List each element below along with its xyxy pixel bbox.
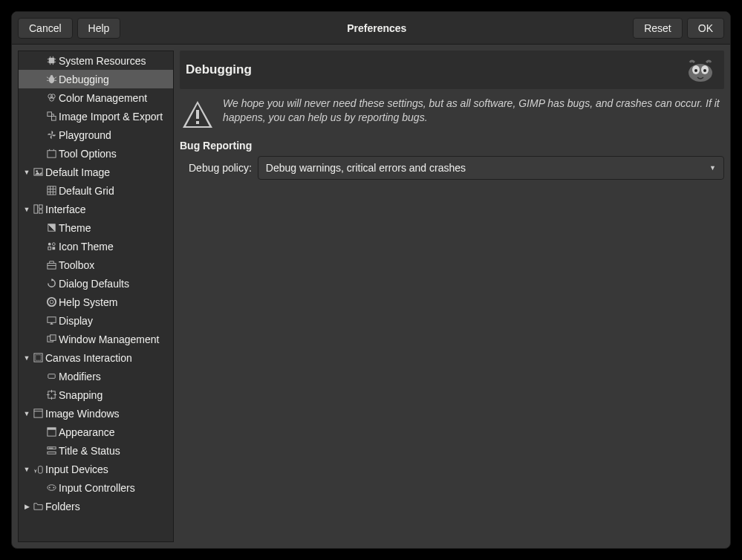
tree-item-window-management[interactable]: Window Management [19, 330, 173, 348]
panel-header: Debugging [180, 51, 724, 89]
cancel-button[interactable]: Cancel [18, 18, 73, 39]
titlebar: Cancel Help Preferences Reset OK [12, 12, 730, 45]
svg-point-69 [694, 69, 697, 72]
tree-item-input-controllers[interactable]: Input Controllers [19, 478, 173, 497]
tree-item-label: Image Import & Export [59, 111, 163, 123]
imgwin-icon [32, 408, 44, 420]
ok-button[interactable]: OK [687, 18, 724, 39]
svg-rect-55 [33, 409, 42, 417]
svg-rect-71 [196, 110, 199, 119]
pinwheel-icon [45, 129, 57, 141]
tree-item-theme[interactable]: Theme [19, 218, 173, 237]
tree-item-default-image[interactable]: ▼Default Image [19, 163, 173, 181]
tree-item-debugging[interactable]: Debugging [19, 70, 173, 88]
circles-icon [45, 92, 57, 104]
svg-point-70 [703, 69, 706, 72]
tree-item-label: Theme [59, 222, 91, 234]
svg-rect-62 [38, 466, 42, 473]
svg-rect-38 [47, 264, 55, 270]
tree-item-label: Tool Options [59, 148, 117, 160]
chevron-down-icon: ▼ [709, 164, 716, 172]
tree-item-label: Debugging [59, 74, 109, 85]
tools-icon [45, 148, 57, 160]
tree-item-label: Icon Theme [59, 241, 114, 253]
tree-item-display[interactable]: Display [19, 311, 173, 330]
tree-item-label: System Resources [59, 55, 146, 67]
tree-item-label: Interface [45, 204, 85, 215]
tree-item-system-resources[interactable]: System Resources [19, 51, 173, 70]
tree-item-color-management[interactable]: Color Management [19, 88, 173, 107]
appearance-icon [45, 426, 57, 438]
tree-item-icon-theme[interactable]: Icon Theme [19, 237, 173, 255]
tree-item-appearance[interactable]: Appearance [19, 423, 173, 441]
content-area: System ResourcesDebuggingColor Managemen… [12, 45, 730, 548]
tree-item-label: Folders [45, 501, 80, 512]
tree-item-label: Playground [59, 129, 111, 141]
svg-rect-25 [47, 186, 55, 195]
svg-rect-42 [47, 317, 55, 323]
svg-point-35 [52, 243, 55, 246]
input-icon [32, 463, 44, 475]
main-panel: Debugging [180, 51, 724, 542]
help-button[interactable]: Help [77, 18, 121, 39]
svg-point-65 [53, 487, 54, 489]
tree-item-image-import-export[interactable]: Image Import & Export [19, 107, 173, 126]
tree-item-label: Image Windows [45, 408, 120, 420]
refresh-icon [45, 278, 57, 290]
canvas-icon [32, 352, 44, 364]
display-icon [45, 315, 57, 327]
svg-rect-37 [52, 247, 55, 250]
help-icon [45, 296, 57, 308]
svg-point-64 [48, 487, 50, 489]
tree-item-playground[interactable]: Playground [19, 126, 173, 144]
tree-item-image-windows[interactable]: ▼Image Windows [19, 404, 173, 423]
category-tree[interactable]: System ResourcesDebuggingColor Managemen… [18, 51, 174, 542]
svg-rect-0 [48, 58, 54, 64]
tree-item-label: Canvas Interaction [45, 352, 132, 364]
svg-rect-20 [47, 151, 55, 157]
tree-item-default-grid[interactable]: Default Grid [19, 181, 173, 200]
tree-item-label: Input Controllers [59, 482, 135, 494]
tree-item-label: Snapping [59, 389, 102, 401]
expander-open-icon[interactable]: ▼ [22, 466, 32, 473]
svg-rect-49 [48, 374, 54, 379]
tree-item-label: Help System [59, 296, 117, 308]
expander-closed-icon[interactable]: ▶ [22, 503, 32, 510]
svg-point-34 [48, 243, 51, 246]
svg-line-11 [46, 77, 48, 79]
tree-item-folders[interactable]: ▶Folders [19, 497, 173, 515]
tree-item-modifiers[interactable]: Modifiers [19, 367, 173, 385]
debug-policy-combo[interactable]: Debug warnings, critical errors and cras… [258, 156, 724, 180]
tree-item-toolbox[interactable]: Toolbox [19, 255, 173, 274]
svg-rect-60 [47, 452, 55, 454]
tree-item-title-status[interactable]: Title & Status [19, 441, 173, 460]
svg-rect-46 [50, 335, 56, 341]
svg-rect-18 [47, 112, 51, 117]
expander-open-icon[interactable]: ▼ [22, 410, 32, 417]
svg-point-10 [50, 75, 53, 78]
expander-open-icon[interactable]: ▼ [22, 206, 32, 213]
transfer-icon [45, 111, 57, 123]
svg-line-12 [54, 77, 56, 79]
gimp-logo-icon [683, 52, 718, 88]
key-icon [45, 371, 57, 382]
tree-item-tool-options[interactable]: Tool Options [19, 144, 173, 163]
tree-item-snapping[interactable]: Snapping [19, 385, 173, 404]
theme-icon [45, 222, 57, 234]
tree-item-help-system[interactable]: Help System [19, 293, 173, 311]
snap-icon [45, 389, 57, 401]
window-title: Preferences [120, 22, 633, 34]
tree-item-dialog-defaults[interactable]: Dialog Defaults [19, 274, 173, 293]
svg-rect-31 [39, 205, 42, 209]
tree-item-input-devices[interactable]: ▼Input Devices [19, 460, 173, 478]
expander-open-icon[interactable]: ▼ [22, 169, 32, 176]
expander-open-icon[interactable]: ▼ [22, 354, 32, 362]
tree-item-label: Default Grid [59, 185, 114, 197]
preferences-window: Cancel Help Preferences Reset OK System … [11, 11, 731, 549]
tree-item-canvas-interaction[interactable]: ▼Canvas Interaction [19, 348, 173, 367]
svg-rect-30 [33, 205, 37, 213]
reset-button[interactable]: Reset [633, 18, 683, 39]
svg-point-40 [47, 298, 55, 306]
svg-rect-32 [39, 209, 42, 213]
tree-item-interface[interactable]: ▼Interface [19, 200, 173, 218]
